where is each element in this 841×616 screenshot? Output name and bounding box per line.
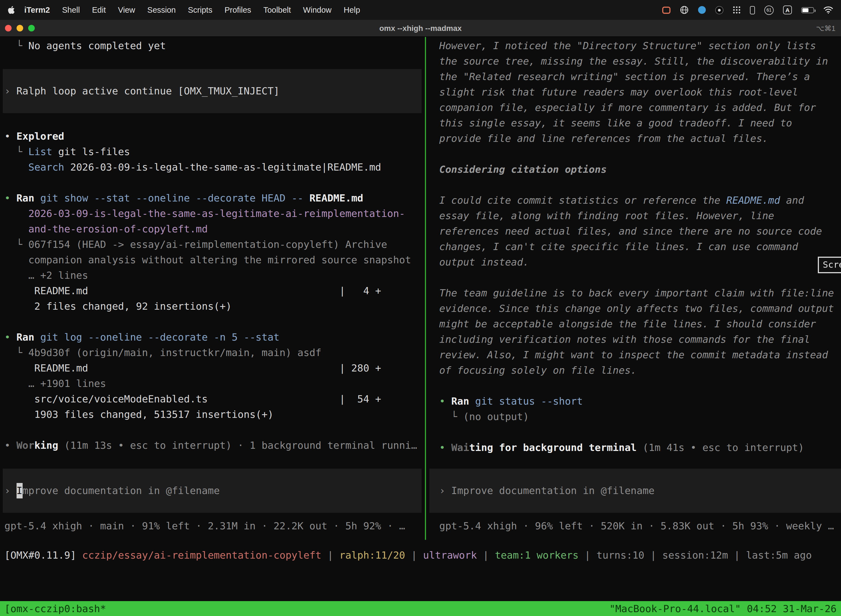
menu-item-iterm2[interactable]: iTerm2 [18, 6, 56, 14]
blue-app-icon[interactable] [698, 6, 706, 14]
terminal-line: changes, I can't cite specific file line… [429, 239, 841, 254]
terminal-line: companion file, especially if more comme… [429, 100, 841, 115]
text-segment: gpt-5.4 xhigh · 96% left · 520K in · 5.8… [439, 520, 834, 532]
text-segment: • [4, 130, 16, 142]
terminal-line: review. Also, I might want to inspect th… [429, 347, 841, 363]
text-segment: 2026-03-09-is-legal-the-same-as-legitima… [4, 208, 405, 219]
text-segment: └ [4, 40, 28, 51]
text-segment: cczip/essay/ai-reimplementation-copyleft [82, 549, 321, 561]
terminal-line: this single essay, it seems like a good … [429, 115, 841, 131]
menu-item-edit[interactable]: Edit [86, 6, 112, 14]
terminal-line: and-the-erosion-of-copyleft.md [0, 221, 425, 237]
text-segment: evidence. Since this change only affects… [439, 302, 834, 314]
text-segment: Ralph loop active continue [OMX_TMUX_INJ… [16, 85, 280, 97]
terminal-line: └ List git ls-files [0, 144, 425, 160]
prompt-input-left[interactable]: › Improve documentation in @filename [3, 469, 422, 513]
apple-menu-icon[interactable] [8, 6, 18, 14]
terminal-line: • Ran git log --oneline --decorate -n 5 … [0, 330, 425, 345]
device-icon[interactable] [750, 6, 755, 14]
terminal-line: … +2 lines [0, 268, 425, 283]
terminal-line: • Waiting for background terminal (1m 41… [429, 440, 841, 455]
text-segment: references need actual files, and since … [439, 225, 822, 237]
text-segment: • [4, 192, 16, 204]
menu-item-session[interactable]: Session [141, 6, 182, 14]
menu-item-toolbelt[interactable]: Toolbelt [257, 6, 297, 14]
terminal-line: › Ralph loop active continue [OMX_TMUX_I… [3, 84, 280, 99]
text-segment: ralph:11/20 [339, 549, 405, 561]
tmux-status-bar: [omx-cczip0:bash* "MacBook-Pro-44.local"… [0, 601, 841, 616]
text-segment: Explored [16, 130, 64, 142]
menu-item-view[interactable]: View [112, 6, 141, 14]
omx-status-bar: [OMX#0.11.9] cczip/essay/ai-reimplementa… [4, 547, 812, 563]
text-segment [4, 161, 28, 173]
prompt-input-right[interactable]: › Improve documentation in @filename [429, 469, 841, 513]
blank-line [429, 378, 841, 393]
terminal-line: provide file and line references from th… [429, 131, 841, 146]
terminal-line: output instead. [429, 254, 841, 270]
text-segment: the "Related research writing" section i… [439, 70, 810, 82]
text-segment: the source tree, missing the essay. Stil… [439, 55, 828, 67]
terminal-pane-right[interactable]: However, I noticed the "Directory Struct… [429, 37, 841, 540]
input-source-icon[interactable]: A [783, 6, 792, 14]
text-segment: README.md | 280 + [4, 362, 381, 374]
dots-grid-icon[interactable] [733, 6, 741, 14]
menu-item-window[interactable]: Window [297, 6, 337, 14]
text-segment: … +1901 lines [4, 378, 106, 389]
text-segment: README.md [303, 192, 363, 204]
terminal-line: evidence. Since this change only affects… [429, 301, 841, 316]
terminal-output: However, I noticed the "Directory Struct… [429, 37, 841, 455]
battery-icon[interactable] [801, 7, 814, 13]
text-segment: and-the-erosion-of-copyleft.md [4, 223, 208, 235]
menu-item-profiles[interactable]: Profiles [218, 6, 258, 14]
notification-overlay: Scre [818, 257, 841, 273]
menu-item-help[interactable]: Help [338, 6, 366, 14]
text-segment: provide file and line references from th… [439, 132, 768, 144]
text-segment: • [439, 395, 451, 407]
text-segment: companion analysis without altering the … [4, 254, 411, 265]
text-segment: I [16, 483, 22, 499]
globe-icon[interactable] [680, 6, 689, 14]
text-segment: • [4, 439, 16, 451]
window-title: omx --xhigh --madmax [0, 24, 841, 32]
menu-item-scripts[interactable]: Scripts [182, 6, 218, 14]
terminal-line: the source tree, missing the essay. Stil… [429, 54, 841, 69]
text-segment: essay file, along with finding root file… [439, 210, 774, 221]
terminal-pane-left[interactable]: └ No agents completed yet› Ralph loop ac… [0, 37, 425, 540]
terminal-line: might be acceptable alongside the file l… [429, 316, 841, 332]
terminal-line: 1903 files changed, 513517 insertions(+) [0, 407, 425, 422]
text-segment: › [4, 85, 16, 97]
text-segment: ultrawork [423, 549, 477, 561]
terminal-line: I could cite commit statistics or refere… [429, 193, 841, 208]
terminal-line: the "Related research writing" section i… [429, 69, 841, 84]
text-segment: (11m 13s • esc to interrupt) · 1 backgro… [58, 439, 417, 451]
terminal-line: • Working (11m 13s • esc to interrupt) ·… [0, 438, 425, 453]
terminal-line: • Explored [0, 129, 425, 144]
blank-line [429, 424, 841, 440]
terminal-line: └ 067f154 (HEAD -> essay/ai-reimplementa… [0, 237, 425, 252]
session-status-left: gpt-5.4 xhigh · main · 91% left · 2.31M … [4, 518, 405, 534]
screen: iTerm2ShellEditViewSessionScriptsProfile… [0, 0, 841, 616]
text-segment: | [321, 549, 339, 561]
screen-recording-indicator-icon[interactable] [662, 6, 671, 13]
text-segment: However, I noticed the "Directory Struct… [439, 40, 816, 51]
battery-percentage-icon[interactable]: 61 [764, 5, 774, 15]
terminal-line: of focusing solely on file lines. [429, 363, 841, 378]
dark-app-icon[interactable] [715, 6, 724, 14]
text-segment: Ran [451, 395, 469, 407]
terminal-line: Search 2026-03-09-is-legal-the-same-as-l… [0, 160, 425, 175]
text-segment: 2 files changed, 92 insertions(+) [4, 300, 232, 312]
terminal-line: essay file, along with finding root file… [429, 208, 841, 224]
terminal-line: slight risk that future readers may over… [429, 84, 841, 100]
wifi-icon[interactable] [823, 6, 833, 14]
terminal-line: README.md | 4 + [0, 283, 425, 299]
terminal-line: The team guideline is to back every impo… [429, 285, 841, 301]
text-segment: slight risk that future readers may over… [439, 86, 798, 98]
session-status-right: gpt-5.4 xhigh · 96% left · 520K in · 5.8… [439, 518, 834, 534]
terminal-line: └ (no output) [429, 409, 841, 424]
terminal-line: └ 4b9d30f (origin/main, instructkr/main,… [0, 345, 425, 361]
pane-divider[interactable] [425, 37, 426, 540]
menu-bar-menus: iTerm2ShellEditViewSessionScriptsProfile… [8, 6, 366, 14]
text-segment: git show --stat --oneline --decorate HEA… [34, 192, 303, 204]
text-segment: and [780, 194, 804, 206]
menu-item-shell[interactable]: Shell [56, 6, 86, 14]
